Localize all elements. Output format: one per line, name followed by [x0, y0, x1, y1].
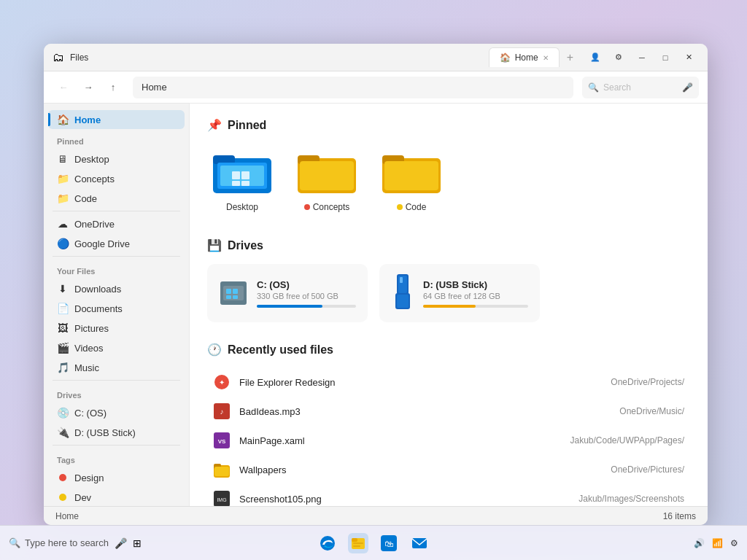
- svg-rect-24: [397, 295, 409, 308]
- taskbar-left: 🔍 Type here to search 🎤 ⊞: [9, 537, 142, 549]
- maximize-btn[interactable]: □: [655, 47, 676, 68]
- file-path: OneDrive/Projects/: [538, 377, 684, 387]
- status-location: Home: [55, 511, 79, 521]
- sidebar-item-pictures[interactable]: 🖼 Pictures: [48, 319, 185, 338]
- svg-rect-33: [214, 467, 229, 476]
- settings-btn[interactable]: ⚙: [608, 47, 629, 68]
- tab-bar: 🏠 Home ✕ +: [489, 47, 579, 67]
- svg-rect-53: [353, 545, 360, 547]
- ddrive-space: 64 GB free of 128 GB: [423, 292, 528, 300]
- tab-close-btn[interactable]: ✕: [543, 54, 549, 62]
- taskbar-mic-icon[interactable]: 🎤: [115, 537, 127, 549]
- app-icon: 🗂: [53, 51, 64, 64]
- drive-d[interactable]: D: (USB Stick) 64 GB free of 128 GB: [379, 264, 540, 322]
- address-bar[interactable]: Home: [133, 77, 573, 98]
- main-content: 📌 Pinned: [190, 104, 708, 506]
- googledrive-label: Google Drive: [74, 238, 130, 249]
- search-bar[interactable]: 🔍 Search 🎤: [582, 77, 699, 98]
- taskbar-widgets-icon[interactable]: ⊞: [133, 537, 142, 549]
- file-name: Screenshot105.png: [239, 494, 530, 505]
- home-tab[interactable]: 🏠 Home ✕: [489, 47, 560, 67]
- sidebar-item-music[interactable]: 🎵 Music: [48, 358, 185, 377]
- taskbar-mail-icon[interactable]: [409, 533, 430, 553]
- forward-btn[interactable]: →: [77, 77, 99, 98]
- documents-label: Documents: [74, 303, 123, 314]
- sidebar-item-onedrive[interactable]: ☁ OneDrive: [48, 214, 185, 233]
- file-name: BadIdeas.mp3: [239, 406, 530, 417]
- pinned-desktop[interactable]: Desktop: [207, 144, 277, 218]
- sidebar-item-tag-dev[interactable]: Dev: [48, 488, 185, 506]
- status-item-count: 16 items: [663, 511, 696, 521]
- ddrive-bar-bg: [423, 305, 528, 308]
- file-row[interactable]: IMG Screenshot105.png Jakub/Images/Scree…: [207, 485, 690, 506]
- file-row[interactable]: VS MainPage.xaml Jakub/Code/UWPApp/Pages…: [207, 427, 690, 454]
- recent-section-title: Recently used files: [228, 343, 333, 357]
- mic-icon[interactable]: 🎤: [682, 82, 693, 93]
- back-btn[interactable]: ←: [53, 77, 74, 98]
- pinned-code[interactable]: Code: [376, 144, 446, 218]
- taskbar-volume-icon[interactable]: 🔊: [694, 538, 705, 548]
- sidebar-item-documents[interactable]: 📄 Documents: [48, 299, 185, 318]
- sidebar: 🏠 Home Pinned 🖥 Desktop 📁 Concepts 📁 Cod…: [44, 104, 190, 506]
- sidebar-item-home[interactable]: 🏠 Home: [48, 110, 185, 129]
- sidebar-item-downloads[interactable]: ⬇ Downloads: [48, 279, 185, 298]
- ddrive-label: D: (USB Stick): [74, 427, 136, 438]
- sidebar-item-code[interactable]: 📁 Code: [48, 189, 185, 208]
- svg-rect-17: [233, 289, 238, 294]
- pinned-section-header: 📌 Pinned: [207, 118, 690, 132]
- file-row[interactable]: ♪ BadIdeas.mp3 OneDrive/Music/: [207, 397, 690, 425]
- window-title: Files: [70, 52, 483, 63]
- file-row[interactable]: Wallpapers OneDrive/Pictures/: [207, 456, 690, 483]
- file-icon: ♪: [213, 402, 231, 420]
- taskbar-settings-icon[interactable]: ⚙: [730, 538, 738, 548]
- sidebar-item-googledrive[interactable]: 🔵 Google Drive: [48, 234, 185, 253]
- concepts-folder-icon: [298, 149, 356, 196]
- pinned-section-label: Pinned: [44, 130, 189, 149]
- sidebar-item-concepts[interactable]: 📁 Concepts: [48, 169, 185, 188]
- new-tab-btn[interactable]: +: [561, 48, 579, 67]
- sidebar-item-tag-design[interactable]: Design: [48, 468, 185, 487]
- code-folder-label: Code: [397, 202, 427, 212]
- sidebar-item-ddrive[interactable]: 🔌 D: (USB Stick): [48, 423, 185, 442]
- file-name: File Explorer Redesign: [239, 377, 530, 388]
- up-btn[interactable]: ↑: [102, 77, 124, 98]
- ddrive-img: [391, 274, 414, 312]
- minimize-btn[interactable]: ─: [632, 47, 652, 68]
- svg-rect-5: [241, 171, 249, 179]
- pinned-concepts[interactable]: Concepts: [292, 144, 362, 218]
- taskbar-edge-icon[interactable]: [317, 533, 338, 553]
- taskbar-search[interactable]: 🔍 Type here to search: [9, 537, 109, 548]
- concepts-label: Concepts: [74, 174, 115, 184]
- divider-3: [53, 380, 180, 381]
- taskbar-wifi-icon[interactable]: 📶: [712, 538, 723, 548]
- file-name: Wallpapers: [239, 464, 530, 475]
- sidebar-item-videos[interactable]: 🎬 Videos: [48, 338, 185, 357]
- sidebar-item-cdrive[interactable]: 💿 C: (OS): [48, 403, 185, 422]
- cdrive-bar-fill: [257, 305, 322, 308]
- ddrive-bar-fill: [423, 305, 476, 308]
- taskbar-search-label: Type here to search: [25, 537, 109, 548]
- sidebar-home-label: Home: [74, 114, 101, 125]
- ddrive-name: D: (USB Stick): [423, 279, 528, 290]
- music-icon: 🎵: [57, 362, 69, 373]
- svg-text:🛍: 🛍: [384, 539, 393, 549]
- videos-icon: 🎬: [57, 342, 69, 354]
- user-icon-btn[interactable]: 👤: [585, 47, 605, 68]
- svg-rect-52: [353, 542, 363, 544]
- sidebar-item-desktop[interactable]: 🖥 Desktop: [48, 149, 185, 168]
- content-area: 🏠 Home Pinned 🖥 Desktop 📁 Concepts 📁 Cod…: [44, 104, 708, 506]
- address-text: Home: [142, 82, 167, 93]
- videos-label: Videos: [74, 343, 104, 354]
- file-row[interactable]: ✦ File Explorer Redesign OneDrive/Projec…: [207, 368, 690, 396]
- cdrive-bar-bg: [257, 305, 356, 308]
- search-icon: 🔍: [588, 82, 599, 93]
- drive-c[interactable]: C: (OS) 330 GB free of 500 GB: [207, 264, 368, 322]
- taskbar-store-icon[interactable]: 🛍: [379, 533, 399, 553]
- taskbar-explorer-icon[interactable]: [348, 533, 368, 553]
- concepts-folder-label: Concepts: [304, 202, 350, 212]
- close-btn[interactable]: ✕: [678, 47, 699, 68]
- code-label: Code: [74, 193, 97, 204]
- tag-design-label: Design: [74, 472, 104, 483]
- onedrive-icon: ☁: [57, 218, 69, 230]
- file-path: Jakub/Code/UWPApp/Pages/: [538, 435, 684, 446]
